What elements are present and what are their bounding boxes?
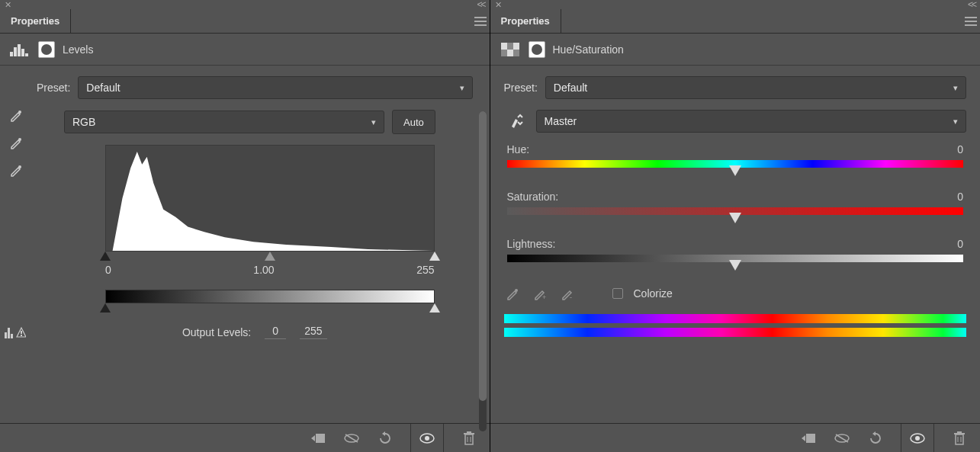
- view-previous-icon[interactable]: [343, 430, 360, 447]
- trash-icon[interactable]: [461, 430, 477, 447]
- output-black-value[interactable]: 0: [265, 325, 286, 339]
- spectrum-top: [504, 314, 967, 323]
- visibility-icon[interactable]: [909, 430, 926, 447]
- svg-point-10: [18, 165, 21, 168]
- channel-value: RGB: [72, 116, 95, 128]
- close-icon[interactable]: ✕: [5, 0, 11, 10]
- svg-rect-42: [954, 433, 965, 434]
- eyedropper-black-icon[interactable]: [8, 107, 24, 123]
- close-icon[interactable]: ✕: [495, 0, 502, 10]
- saturation-value[interactable]: 0: [957, 191, 963, 203]
- svg-point-40: [915, 436, 920, 441]
- svg-rect-13: [11, 334, 13, 338]
- eyedropper-gray-icon[interactable]: [8, 134, 24, 151]
- svg-rect-3: [10, 52, 13, 56]
- output-label: Output Levels:: [182, 326, 251, 338]
- svg-rect-20: [465, 434, 473, 444]
- black-point-handle[interactable]: [100, 252, 111, 261]
- svg-rect-2: [474, 24, 487, 26]
- preset-select[interactable]: Default ▾: [78, 76, 472, 99]
- colorize-label: Colorize: [634, 287, 673, 300]
- preset-value: Default: [554, 82, 587, 94]
- svg-rect-7: [25, 53, 28, 56]
- range-select[interactable]: Master ▾: [536, 110, 967, 133]
- histogram: [105, 145, 435, 252]
- eyedropper-add-icon[interactable]: +: [532, 285, 548, 302]
- channel-select[interactable]: RGB ▾: [64, 111, 384, 133]
- input-slider-track[interactable]: [105, 252, 435, 261]
- range-value: Master: [545, 115, 577, 127]
- tab-properties[interactable]: Properties: [490, 9, 561, 33]
- svg-rect-28: [501, 43, 507, 50]
- output-white-value[interactable]: 255: [300, 325, 326, 339]
- svg-rect-12: [8, 328, 10, 338]
- reset-icon[interactable]: [377, 430, 394, 447]
- levels-icon: [9, 41, 31, 58]
- auto-button[interactable]: Auto: [392, 110, 435, 134]
- svg-rect-22: [467, 431, 471, 433]
- output-white-handle[interactable]: [429, 303, 440, 313]
- preset-label: Preset:: [37, 82, 70, 94]
- svg-rect-33: [513, 50, 519, 56]
- clip-to-layer-icon[interactable]: [800, 430, 817, 447]
- chevron-down-icon: ▾: [460, 83, 464, 93]
- chevron-down-icon: ▾: [953, 117, 958, 127]
- svg-rect-30: [513, 43, 519, 50]
- lightness-value[interactable]: 0: [957, 238, 963, 250]
- trash-icon[interactable]: [951, 430, 968, 447]
- svg-rect-29: [507, 43, 513, 50]
- svg-rect-41: [956, 434, 963, 444]
- input-white-value[interactable]: 255: [416, 264, 434, 276]
- view-previous-icon[interactable]: [834, 430, 850, 447]
- svg-rect-32: [507, 50, 513, 56]
- eyedropper-white-icon[interactable]: [8, 162, 24, 178]
- lightness-slider-thumb[interactable]: [729, 260, 741, 271]
- reset-icon[interactable]: [867, 430, 884, 447]
- svg-rect-15: [21, 335, 22, 336]
- output-black-handle[interactable]: [100, 303, 111, 313]
- hue-saturation-icon: [500, 41, 521, 58]
- output-slider-track[interactable]: [105, 303, 435, 313]
- svg-rect-0: [474, 17, 487, 18]
- scrollbar[interactable]: [479, 111, 487, 431]
- preset-value: Default: [86, 82, 120, 94]
- preset-label: Preset:: [504, 82, 538, 94]
- input-black-value[interactable]: 0: [105, 264, 111, 276]
- white-point-handle[interactable]: [429, 252, 440, 261]
- visibility-icon[interactable]: [419, 430, 435, 447]
- mask-icon[interactable]: [38, 41, 55, 58]
- input-gamma-value[interactable]: 1.00: [253, 264, 274, 276]
- svg-rect-43: [957, 431, 962, 433]
- svg-rect-14: [21, 331, 22, 334]
- spectrum-bottom: [504, 328, 967, 337]
- svg-rect-27: [965, 24, 977, 26]
- svg-text:-: -: [570, 293, 572, 300]
- clip-warning-icon[interactable]: [5, 325, 26, 338]
- adjustment-title: Hue/Saturation: [553, 43, 624, 56]
- svg-point-19: [425, 436, 429, 441]
- hue-value[interactable]: 0: [957, 143, 963, 155]
- svg-rect-25: [965, 17, 977, 18]
- eyedropper-subtract-icon[interactable]: -: [559, 285, 576, 302]
- svg-point-34: [515, 289, 518, 292]
- svg-point-8: [18, 111, 21, 114]
- hue-label: Hue:: [507, 143, 530, 155]
- tab-properties[interactable]: Properties: [0, 9, 71, 33]
- colorize-checkbox[interactable]: [612, 288, 623, 299]
- saturation-slider-thumb[interactable]: [729, 213, 741, 223]
- saturation-label: Saturation:: [507, 191, 559, 203]
- targeted-adjustment-icon[interactable]: [504, 113, 529, 130]
- output-gradient: [105, 290, 435, 303]
- panel-menu-icon[interactable]: [962, 9, 980, 33]
- svg-rect-21: [464, 433, 474, 434]
- eyedropper-icon[interactable]: [504, 285, 521, 302]
- adjustment-title: Levels: [63, 43, 93, 56]
- svg-text:+: +: [542, 293, 546, 300]
- clip-to-layer-icon[interactable]: [310, 430, 326, 447]
- panel-menu-icon[interactable]: [471, 9, 490, 33]
- gamma-handle[interactable]: [265, 252, 275, 261]
- preset-select[interactable]: Default ▾: [545, 76, 966, 99]
- lightness-label: Lightness:: [507, 238, 556, 250]
- mask-icon[interactable]: [529, 41, 545, 58]
- hue-slider-thumb[interactable]: [729, 165, 741, 176]
